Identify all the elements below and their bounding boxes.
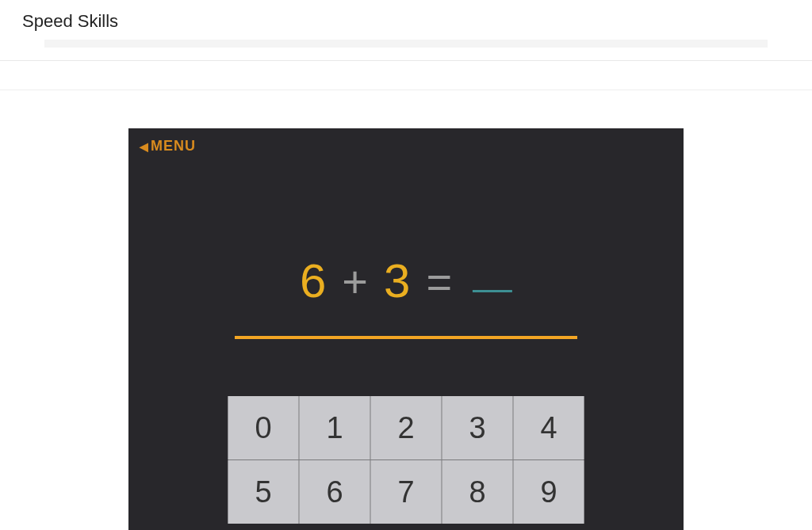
page-title: Speed Skills	[22, 11, 790, 32]
key-5[interactable]: 5	[228, 460, 299, 524]
key-0[interactable]: 0	[228, 396, 299, 459]
operand-1: 6	[300, 254, 326, 308]
operator: +	[342, 256, 368, 307]
key-7[interactable]: 7	[371, 460, 442, 524]
key-6[interactable]: 6	[300, 460, 370, 524]
answer-blank	[473, 290, 512, 292]
key-1[interactable]: 1	[300, 396, 370, 459]
equation-underline	[235, 336, 577, 339]
operand-2: 3	[384, 254, 410, 308]
back-triangle-icon: ◀	[140, 140, 149, 153]
menu-label: MENU	[151, 138, 196, 154]
menu-button[interactable]: ◀ MENU	[140, 138, 196, 154]
game-wrapper: ◀ MENU 6 + 3 = 0 1 2 3 4 5 6 7 8 9	[0, 90, 812, 530]
game-canvas: ◀ MENU 6 + 3 = 0 1 2 3 4 5 6 7 8 9	[128, 128, 684, 530]
key-9[interactable]: 9	[514, 460, 584, 524]
equals-sign: =	[426, 256, 452, 307]
key-4[interactable]: 4	[514, 396, 584, 459]
key-8[interactable]: 8	[442, 460, 513, 524]
page-header: Speed Skills	[0, 0, 812, 61]
progress-bar	[44, 40, 768, 48]
key-2[interactable]: 2	[371, 396, 442, 459]
number-keypad: 0 1 2 3 4 5 6 7 8 9	[228, 396, 584, 524]
key-3[interactable]: 3	[442, 396, 513, 459]
equation-display: 6 + 3 =	[300, 254, 512, 308]
